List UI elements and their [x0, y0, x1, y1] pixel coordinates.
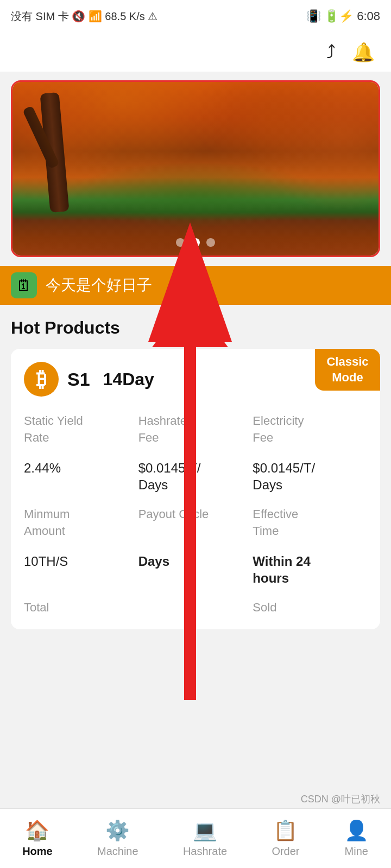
banner-dots [176, 238, 215, 247]
order-icon: 📋 [273, 819, 298, 842]
order-label: Order [272, 845, 299, 858]
value-hashrate-fee: $0.0145/T/Days [138, 459, 253, 493]
nav-item-order[interactable]: 📋 Order [272, 819, 299, 858]
grid-cell-effective-time-label: EffectiveTime [253, 506, 367, 540]
grid-cell-hashrate-fee-value: $0.0145/T/Days [138, 459, 253, 493]
main-content: Hot Products ClassicMode ₿ S1 14Day Stat… [0, 305, 391, 642]
banner-image [12, 82, 379, 256]
bitcoin-icon: ₿ [24, 362, 59, 397]
grid-cell-effective-time-value: Within 24hours [253, 553, 367, 586]
bottom-nav: 🏠 Home ⚙️ Machine 💻 Hashrate 📋 Order 👤 M… [0, 808, 391, 868]
home-label: Home [22, 845, 53, 858]
dot-1[interactable] [176, 238, 185, 247]
hashrate-label: Hashrate [183, 845, 227, 858]
notice-icon: 🗓 [11, 272, 37, 298]
grid-cell-empty [138, 599, 253, 616]
hashrate-icon: 💻 [193, 819, 217, 842]
grid-cell-sold-label: Sold [253, 599, 367, 616]
dot-3[interactable] [206, 238, 215, 247]
nav-item-home[interactable]: 🏠 Home [22, 819, 53, 858]
hot-products-title: Hot Products [11, 318, 380, 338]
label-minimum-amount: MinmumAmount [24, 506, 138, 540]
notice-bar: 🗓 今天是个好日子 [0, 266, 391, 305]
label-effective-time: EffectiveTime [253, 506, 367, 540]
grid-cell-minimum-amount-value: 10TH/S [24, 553, 138, 586]
tree-decoration [40, 92, 69, 213]
home-icon: 🏠 [25, 819, 49, 842]
product-grid: Static YieldRate HashrateFee Electricity… [24, 413, 367, 616]
grid-cell-hashrate-fee-label: HashrateFee [138, 413, 253, 446]
bell-icon[interactable]: 🔔 [352, 41, 375, 63]
value-static-yield: 2.44% [24, 459, 138, 476]
label-sold: Sold [253, 599, 367, 616]
grid-cell-electricity-fee-value: $0.0145/T/Days [253, 459, 367, 493]
dot-2[interactable] [191, 238, 200, 247]
share-icon[interactable]: ⤴ [326, 42, 336, 63]
label-electricity-fee: ElectricityFee [253, 413, 367, 446]
grid-cell-minimum-amount-label: MinmumAmount [24, 506, 138, 540]
value-electricity-fee: $0.0145/T/Days [253, 459, 367, 493]
value-minimum-amount: 10TH/S [24, 553, 138, 570]
calendar-icon: 🗓 [16, 277, 31, 295]
grid-cell-static-yield-label: Static YieldRate [24, 413, 138, 446]
product-duration: 14Day [103, 369, 154, 390]
grid-cell-total-label: Total [24, 599, 138, 616]
notice-text: 今天是个好日子 [46, 275, 152, 296]
grid-cell-electricity-fee-label: ElectricityFee [253, 413, 367, 446]
status-bar: 没有 SIM 卡 🔇 📶 68.5 K/s ⚠ 📳 🔋⚡ 6:08 [0, 0, 391, 33]
product-name: S1 [67, 369, 90, 390]
machine-label: Machine [97, 845, 138, 858]
value-effective-time: Within 24hours [253, 553, 367, 586]
label-hashrate-fee: HashrateFee [138, 413, 253, 446]
status-right: 📳 🔋⚡ 6:08 [306, 9, 380, 23]
mine-icon: 👤 [344, 819, 369, 842]
grid-cell-static-yield-value: 2.44% [24, 459, 138, 493]
label-total: Total [24, 599, 138, 616]
classic-mode-badge: ClassicMode [315, 349, 380, 391]
grid-cell-payout-cycle-value: Days [138, 553, 253, 586]
nav-item-mine[interactable]: 👤 Mine [344, 819, 369, 858]
action-bar: ⤴ 🔔 [0, 33, 391, 72]
banner-carousel[interactable] [11, 80, 380, 257]
watermark: CSDN @叶已初秋 [301, 793, 380, 806]
grid-cell-payout-cycle-label: Payout Cycle [138, 506, 253, 540]
value-payout-cycle: Days [138, 553, 253, 570]
label-static-yield: Static YieldRate [24, 413, 138, 446]
machine-icon: ⚙️ [105, 819, 130, 842]
nav-item-machine[interactable]: ⚙️ Machine [97, 819, 138, 858]
nav-item-hashrate[interactable]: 💻 Hashrate [183, 819, 227, 858]
mine-label: Mine [345, 845, 368, 858]
status-left: 没有 SIM 卡 🔇 📶 68.5 K/s ⚠ [11, 9, 157, 24]
label-payout-cycle: Payout Cycle [138, 506, 253, 523]
product-card[interactable]: ClassicMode ₿ S1 14Day Static YieldRate … [11, 349, 380, 629]
